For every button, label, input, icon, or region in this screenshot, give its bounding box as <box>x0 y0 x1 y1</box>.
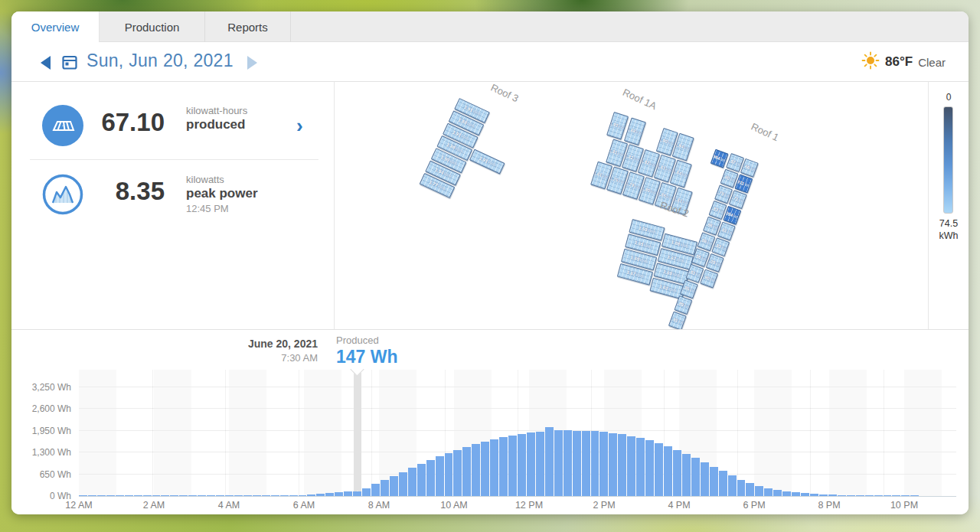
production-plot[interactable] <box>79 370 956 497</box>
production-bar[interactable] <box>125 495 133 497</box>
calendar-icon[interactable] <box>60 53 79 74</box>
production-bar[interactable] <box>819 494 828 496</box>
production-bar[interactable] <box>856 495 864 497</box>
production-bar[interactable] <box>262 495 270 497</box>
production-bar[interactable] <box>618 434 626 496</box>
production-bar[interactable] <box>472 444 480 496</box>
production-bar[interactable] <box>253 495 261 497</box>
production-bar[interactable] <box>874 495 883 497</box>
production-bar[interactable] <box>371 484 380 496</box>
solar-panel[interactable]: 911Wh <box>734 175 753 194</box>
production-bar[interactable] <box>810 494 818 496</box>
produced-metric[interactable]: 67.10 kilowatt-hours produced › <box>11 97 334 155</box>
production-bar[interactable] <box>710 467 718 496</box>
production-bar[interactable] <box>426 460 435 496</box>
production-bar[interactable] <box>554 430 563 496</box>
production-bar[interactable] <box>828 494 837 496</box>
production-bar[interactable] <box>299 495 307 497</box>
production-bar[interactable] <box>399 472 407 496</box>
chevron-right-icon[interactable] <box>247 56 257 70</box>
peak-power-metric[interactable]: 8.35 kilowatts peak power 12:45 PM <box>11 166 334 227</box>
production-bar[interactable] <box>655 443 663 496</box>
production-bar[interactable] <box>316 494 325 496</box>
production-bar[interactable] <box>591 431 599 496</box>
production-bar[interactable] <box>390 476 398 496</box>
produced-detail-chevron-icon[interactable]: › <box>296 114 303 138</box>
production-bar[interactable] <box>682 454 691 496</box>
production-bar[interactable] <box>243 495 252 497</box>
production-bar[interactable] <box>417 464 426 496</box>
production-bar[interactable] <box>408 468 416 496</box>
production-bar[interactable] <box>910 495 919 497</box>
production-bar[interactable] <box>599 432 608 496</box>
production-bar[interactable] <box>691 458 700 496</box>
production-bar[interactable] <box>234 495 243 497</box>
production-bar[interactable] <box>106 495 115 497</box>
production-bar[interactable] <box>737 480 746 496</box>
production-bar[interactable] <box>508 436 517 496</box>
solar-panel[interactable]: 694Wh <box>723 206 741 225</box>
production-bar[interactable] <box>545 427 554 496</box>
production-bar[interactable] <box>381 480 389 496</box>
production-bar[interactable] <box>79 495 87 497</box>
production-bar[interactable] <box>701 462 709 496</box>
production-bar[interactable] <box>325 493 334 496</box>
production-bar[interactable] <box>490 439 498 496</box>
solar-panel[interactable]: 1.66kWh <box>740 158 759 178</box>
production-bar[interactable] <box>216 495 224 497</box>
production-bar[interactable] <box>884 495 892 497</box>
current-date[interactable]: Sun, Jun 20, 2021 <box>87 51 234 71</box>
production-bar[interactable] <box>865 495 874 497</box>
production-bar[interactable] <box>645 440 654 496</box>
production-bar[interactable] <box>445 453 453 496</box>
solar-panel[interactable]: 1.71kWh <box>729 190 747 209</box>
tab-overview[interactable]: Overview <box>11 11 100 42</box>
production-bar[interactable] <box>362 488 371 496</box>
production-bar[interactable] <box>161 495 169 497</box>
solar-panel[interactable]: 1.09kWh <box>706 253 724 273</box>
solar-panel[interactable]: 1.83kWh <box>711 237 730 256</box>
production-bar[interactable] <box>436 456 444 496</box>
production-bar[interactable] <box>838 495 846 497</box>
production-bar[interactable] <box>847 495 855 497</box>
production-bar[interactable] <box>499 437 508 496</box>
production-bar[interactable] <box>289 495 298 497</box>
production-bar[interactable] <box>782 491 791 496</box>
production-bar[interactable] <box>901 495 910 497</box>
production-bar[interactable] <box>536 432 544 496</box>
production-bar[interactable] <box>97 495 106 497</box>
production-bar[interactable] <box>564 430 572 496</box>
production-bar[interactable] <box>746 483 754 496</box>
production-bar[interactable] <box>143 495 152 497</box>
chevron-left-icon[interactable] <box>41 56 51 70</box>
production-bar[interactable] <box>892 495 900 497</box>
tab-reports[interactable]: Reports <box>205 11 291 42</box>
tab-production[interactable]: Production <box>100 11 205 42</box>
production-bar[interactable] <box>179 495 188 497</box>
production-bar[interactable] <box>207 495 215 497</box>
production-bar[interactable] <box>801 493 809 496</box>
production-bar[interactable] <box>481 442 489 496</box>
production-bar[interactable] <box>280 495 289 497</box>
production-bar[interactable] <box>462 447 471 496</box>
production-bar[interactable] <box>609 433 617 496</box>
production-bar[interactable] <box>344 491 352 496</box>
production-bar[interactable] <box>170 495 178 497</box>
production-bar[interactable] <box>353 491 361 496</box>
production-bar[interactable] <box>636 438 645 496</box>
production-bar[interactable] <box>664 446 672 496</box>
production-bar[interactable] <box>673 450 681 497</box>
production-bar[interactable] <box>271 495 279 497</box>
production-bar[interactable] <box>764 488 773 496</box>
production-bar[interactable] <box>527 432 535 496</box>
production-bar[interactable] <box>719 471 727 496</box>
solar-panel[interactable]: 1.91kWh <box>469 149 505 175</box>
production-bar[interactable] <box>88 495 96 497</box>
production-bar[interactable] <box>307 494 315 496</box>
production-bar[interactable] <box>627 436 635 496</box>
production-bar[interactable] <box>116 495 124 497</box>
production-bar[interactable] <box>792 492 800 496</box>
production-bar[interactable] <box>773 490 782 496</box>
production-bar[interactable] <box>582 431 590 496</box>
production-bar[interactable] <box>152 495 161 497</box>
